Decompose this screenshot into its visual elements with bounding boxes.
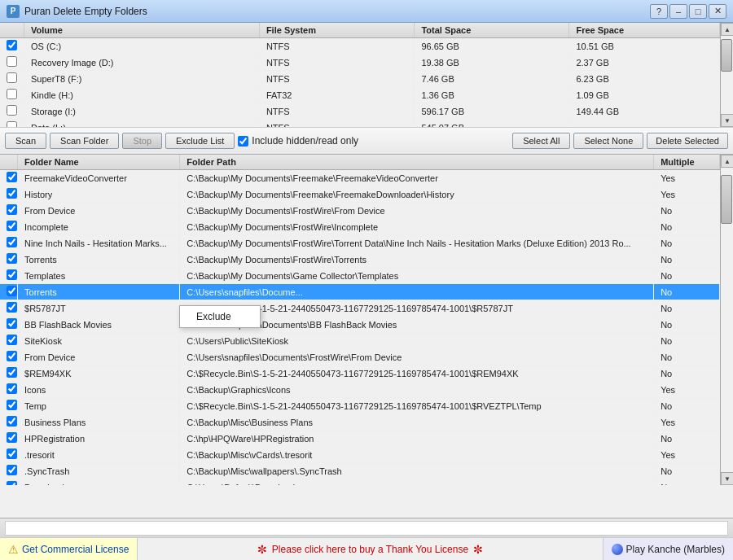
folder-row[interactable]: .SyncTrash C:\Backup\Misc\wallpapers\.Sy… [0, 463, 720, 479]
folder-checkbox-cell[interactable] [0, 300, 18, 317]
folder-checkbox[interactable] [7, 237, 17, 247]
folder-checkbox[interactable] [7, 432, 17, 443]
volume-scroll-up[interactable]: ▲ [721, 23, 733, 36]
folder-checkbox-cell[interactable] [0, 333, 18, 349]
folder-checkbox-cell[interactable] [0, 203, 18, 219]
stop-button[interactable]: Stop [122, 133, 162, 149]
folder-checkbox[interactable] [7, 416, 17, 427]
folder-checkbox[interactable] [7, 448, 17, 459]
folder-checkbox[interactable] [7, 351, 17, 361]
volume-checkbox-cell[interactable] [0, 71, 24, 87]
select-all-button[interactable]: Select All [512, 133, 570, 149]
volume-checkbox-cell[interactable] [0, 87, 24, 103]
folder-scroll-up[interactable]: ▲ [721, 155, 733, 168]
footer-game-link[interactable]: Play Kanche (Marbles) [603, 538, 733, 560]
folder-row[interactable]: Business Plans C:\Backup\Misc\Business P… [0, 414, 720, 431]
folder-checkbox[interactable] [7, 253, 17, 264]
folder-checkbox[interactable] [7, 188, 17, 199]
folder-checkbox-cell[interactable] [0, 317, 18, 333]
volume-checkbox-cell[interactable] [0, 103, 24, 120]
folder-row[interactable]: Nine Inch Nails - Hesitation Marks... C:… [0, 235, 720, 252]
volume-checkbox[interactable] [7, 72, 17, 83]
volume-scroll-thumb[interactable] [721, 39, 732, 72]
footer-license-link[interactable]: ⚠ Get Commercial License [0, 538, 138, 560]
folder-row[interactable]: $R5787JT C:\$Recycle.Bin\S-1-5-21-244055… [0, 300, 720, 317]
folder-checkbox-cell[interactable] [0, 463, 18, 479]
folder-checkbox[interactable] [7, 204, 17, 215]
scan-folder-button[interactable]: Scan Folder [50, 133, 119, 149]
volume-row[interactable]: Data (L:) NTFS 545.07 GB ... [0, 120, 720, 128]
volume-row[interactable]: Recovery Image (D:) NTFS 19.38 GB 2.37 G… [0, 55, 720, 71]
folder-checkbox-cell[interactable] [0, 170, 18, 186]
maximize-button[interactable]: □ [689, 4, 707, 19]
folder-checkbox-cell[interactable] [0, 398, 18, 414]
scan-button[interactable]: Scan [5, 133, 46, 149]
minimize-button[interactable]: – [669, 4, 687, 19]
folder-checkbox[interactable] [7, 481, 17, 485]
folder-checkbox-cell[interactable] [0, 479, 18, 486]
folder-checkbox-cell[interactable] [0, 186, 18, 203]
folder-row[interactable]: Icons C:\Backup\Graphics\Icons Yes [0, 382, 720, 398]
volume-checkbox[interactable] [7, 40, 17, 50]
folder-checkbox-cell[interactable] [0, 349, 18, 365]
folder-row[interactable]: Torrents C:\Backup\My Documents\FrostWir… [0, 252, 720, 268]
folder-row[interactable]: HPRegistration C:\hp\HPQWare\HPRegistrat… [0, 431, 720, 447]
folder-checkbox-cell[interactable] [0, 284, 18, 300]
folder-row[interactable]: SiteKiosk C:\Users\Public\SiteKiosk No [0, 333, 720, 349]
folder-checkbox-cell[interactable] [0, 414, 18, 431]
volume-scroll-down[interactable]: ▼ [721, 114, 733, 127]
volume-checkbox[interactable] [7, 89, 17, 99]
folder-checkbox-cell[interactable] [0, 235, 18, 252]
volume-row[interactable]: Kindle (H:) FAT32 1.36 GB 1.09 GB [0, 87, 720, 103]
folder-checkbox-cell[interactable] [0, 431, 18, 447]
folder-checkbox-cell[interactable] [0, 219, 18, 235]
folder-row[interactable]: Incomplete C:\Backup\My Documents\FrostW… [0, 219, 720, 235]
folder-checkbox[interactable] [7, 367, 17, 378]
folder-row[interactable]: Downloads C:\Users\Default\Downloads No [0, 479, 720, 486]
delete-selected-button[interactable]: Delete Selected [647, 133, 728, 149]
folder-checkbox[interactable] [7, 318, 17, 329]
folder-scrollbar[interactable]: ▲ ▼ [720, 155, 733, 485]
folder-checkbox[interactable] [7, 400, 17, 410]
folder-row[interactable]: .tresorit C:\Backup\Misc\vCards\.tresori… [0, 447, 720, 463]
volume-row[interactable]: OS (C:) NTFS 96.65 GB 10.51 GB [0, 38, 720, 55]
folder-row[interactable]: BB FlashBack Movies C:\Users\snapfiles\D… [0, 317, 720, 333]
folder-row[interactable]: FreemakeVideoConverter C:\Backup\My Docu… [0, 170, 720, 186]
folder-row[interactable]: Temp C:\$Recycle.Bin\S-1-5-21-2440550473… [0, 398, 720, 414]
folder-scroll-down[interactable]: ▼ [721, 472, 733, 485]
folder-row[interactable]: $REM94XK C:\$Recycle.Bin\S-1-5-21-244055… [0, 365, 720, 382]
volume-checkbox-cell[interactable] [0, 38, 24, 55]
folder-checkbox[interactable] [7, 221, 17, 231]
folder-checkbox[interactable] [7, 335, 17, 345]
include-hidden-label[interactable]: Include hidden/read only [238, 135, 358, 147]
select-none-button[interactable]: Select None [573, 133, 643, 149]
folder-checkbox[interactable] [7, 172, 17, 182]
folder-checkbox-cell[interactable] [0, 447, 18, 463]
folder-row[interactable]: From Device C:\Backup\My Documents\Frost… [0, 203, 720, 219]
exclude-list-button[interactable]: Exclude List [165, 133, 235, 149]
status-input[interactable] [5, 521, 728, 536]
folder-row[interactable]: From Device C:\Users\snapfiles\Documents… [0, 349, 720, 365]
volume-checkbox[interactable] [7, 121, 17, 127]
help-button[interactable]: ? [650, 4, 668, 19]
folder-checkbox[interactable] [7, 269, 17, 280]
folder-checkbox-cell[interactable] [0, 268, 18, 284]
context-menu-exclude[interactable]: Exclude [180, 308, 260, 326]
folder-row[interactable]: Torrents C:\Users\snapfiles\Docume... No [0, 284, 720, 300]
volume-row[interactable]: Storage (I:) NTFS 596.17 GB 149.44 GB [0, 103, 720, 120]
folder-scroll-thumb[interactable] [721, 175, 732, 224]
folder-checkbox[interactable] [7, 286, 17, 296]
folder-checkbox[interactable] [7, 465, 17, 475]
volume-checkbox[interactable] [7, 56, 17, 67]
folder-checkbox[interactable] [7, 383, 17, 394]
volume-checkbox-cell[interactable] [0, 55, 24, 71]
include-hidden-checkbox[interactable] [238, 136, 248, 147]
volume-checkbox-cell[interactable] [0, 120, 24, 128]
folder-checkbox-cell[interactable] [0, 382, 18, 398]
volume-row[interactable]: SuperT8 (F:) NTFS 7.46 GB 6.23 GB [0, 71, 720, 87]
footer-thank-you-link[interactable]: ✼ Please click here to buy a Thank You L… [138, 543, 602, 556]
folder-row[interactable]: History C:\Backup\My Documents\Freemake\… [0, 186, 720, 203]
folder-row[interactable]: Templates C:\Backup\My Documents\Game Co… [0, 268, 720, 284]
close-button[interactable]: ✕ [709, 4, 726, 19]
folder-checkbox-cell[interactable] [0, 252, 18, 268]
